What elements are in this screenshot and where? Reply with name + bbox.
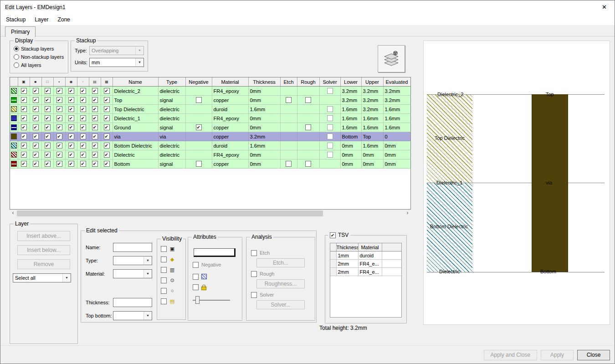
checkbox[interactable] xyxy=(196,161,202,167)
radio-option-non-stackup-layers[interactable]: Non-stackup layers xyxy=(14,53,64,61)
select-scope-dropdown[interactable]: Select all ▼ xyxy=(13,273,71,282)
checkbox[interactable] xyxy=(21,161,27,167)
checkbox[interactable] xyxy=(45,124,51,130)
layer-row-dielectric[interactable]: DielectricdielectricFR4_epoxy0mm0mm0mm0m… xyxy=(10,150,410,159)
visibility-item-2[interactable]: ◆ xyxy=(161,254,175,265)
checkbox[interactable] xyxy=(56,88,62,94)
checkbox[interactable] xyxy=(196,97,202,103)
checkbox[interactable] xyxy=(327,143,333,149)
checkbox[interactable] xyxy=(33,124,39,130)
layer-row-via[interactable]: viaviacopper3.2mmBottomTop0 xyxy=(10,132,410,141)
checkbox[interactable] xyxy=(45,161,51,167)
layer-row-ground[interactable]: Groundsignalcopper0mm1.6mm1.6mm1.6mm xyxy=(10,123,410,132)
horizontal-scrollbar[interactable]: ‹ › xyxy=(10,210,411,217)
checkbox[interactable] xyxy=(33,161,39,167)
checkbox[interactable] xyxy=(33,88,39,94)
checkbox[interactable] xyxy=(56,115,62,121)
checkbox[interactable] xyxy=(68,88,74,94)
checkbox[interactable] xyxy=(104,143,110,149)
units-select[interactable]: mm ▼ xyxy=(89,58,144,67)
checkbox[interactable] xyxy=(327,106,333,112)
checkbox[interactable] xyxy=(161,256,167,262)
checkbox[interactable] xyxy=(68,124,74,130)
checkbox[interactable] xyxy=(104,106,110,112)
checkbox[interactable] xyxy=(161,298,167,304)
checkbox[interactable] xyxy=(21,124,27,130)
solver-button[interactable]: Solver... xyxy=(256,300,305,309)
checkbox[interactable] xyxy=(21,152,27,158)
checkbox[interactable] xyxy=(92,88,98,94)
visibility-item-5[interactable]: ○ xyxy=(161,286,175,296)
pattern-checkbox[interactable] xyxy=(193,274,199,280)
checkbox[interactable] xyxy=(56,152,62,158)
radio-button[interactable] xyxy=(14,62,19,68)
apply-button[interactable]: Apply xyxy=(541,350,574,360)
checkbox[interactable] xyxy=(104,88,110,94)
checkbox[interactable] xyxy=(92,143,98,149)
checkbox[interactable] xyxy=(68,143,74,149)
checkbox[interactable] xyxy=(21,133,27,139)
checkbox[interactable] xyxy=(56,161,62,167)
scroll-left-button[interactable]: ‹ xyxy=(10,210,16,217)
checkbox[interactable] xyxy=(45,106,51,112)
checkbox[interactable] xyxy=(45,143,51,149)
stackup-3d-view-button[interactable] xyxy=(378,45,405,72)
window-close-button[interactable]: ✕ xyxy=(594,0,615,14)
visibility-item-1[interactable]: ▣ xyxy=(161,244,175,254)
layer-row-bottom-dielectric[interactable]: Bottom Dielectricdielectricduroid1.6mm0m… xyxy=(10,141,410,150)
checkbox[interactable] xyxy=(104,115,110,121)
checkbox[interactable] xyxy=(56,133,62,139)
checkbox[interactable] xyxy=(33,115,39,121)
visibility-item-3[interactable]: ▥ xyxy=(161,265,175,275)
checkbox[interactable] xyxy=(56,97,62,103)
checkbox[interactable] xyxy=(161,288,167,294)
checkbox[interactable] xyxy=(286,161,292,167)
checkbox[interactable] xyxy=(327,124,333,130)
checkbox[interactable] xyxy=(104,161,110,167)
checkbox[interactable] xyxy=(68,133,74,139)
checkbox[interactable] xyxy=(68,106,74,112)
checkbox[interactable] xyxy=(80,133,86,139)
solver-checkbox[interactable] xyxy=(251,292,257,298)
tsv-row[interactable]: 1mmduroid xyxy=(330,251,401,260)
menu-item-layer[interactable]: Layer xyxy=(30,14,53,25)
checkbox[interactable] xyxy=(305,161,311,167)
checkbox[interactable] xyxy=(92,97,98,103)
checkbox[interactable] xyxy=(104,133,110,139)
checkbox[interactable] xyxy=(68,97,74,103)
checkbox[interactable] xyxy=(80,152,86,158)
checkbox[interactable] xyxy=(45,97,51,103)
radio-option-all-layers[interactable]: All layers xyxy=(14,61,64,69)
checkbox[interactable] xyxy=(92,115,98,121)
checkbox[interactable] xyxy=(33,106,39,112)
checkbox[interactable] xyxy=(327,115,333,121)
layer-row-top[interactable]: Topsignalcopper0mm3.2mm3.2mm3.2mm xyxy=(10,96,410,105)
checkbox[interactable] xyxy=(327,133,333,139)
checkbox[interactable] xyxy=(196,124,202,130)
checkbox[interactable] xyxy=(92,161,98,167)
tab-primary[interactable]: Primary xyxy=(5,26,36,37)
checkbox[interactable] xyxy=(56,106,62,112)
checkbox[interactable] xyxy=(305,124,311,130)
checkbox[interactable] xyxy=(92,133,98,139)
remove-button[interactable]: Remove xyxy=(17,259,70,269)
checkbox[interactable] xyxy=(33,97,39,103)
scrollbar-thumb[interactable] xyxy=(17,210,323,216)
checkbox[interactable] xyxy=(68,152,74,158)
checkbox[interactable] xyxy=(33,133,39,139)
lock-checkbox[interactable] xyxy=(193,284,199,290)
checkbox[interactable] xyxy=(92,124,98,130)
checkbox[interactable] xyxy=(161,267,167,273)
radio-option-stackup-layers[interactable]: Stackup layers xyxy=(14,45,64,53)
rough-checkbox[interactable] xyxy=(251,271,257,277)
transparency-slider[interactable] xyxy=(192,296,234,305)
checkbox[interactable] xyxy=(21,143,27,149)
checkbox[interactable] xyxy=(56,124,62,130)
menu-item-stackup[interactable]: Stackup xyxy=(1,14,30,25)
checkbox[interactable] xyxy=(327,88,333,94)
checkbox[interactable] xyxy=(33,152,39,158)
insert-above-button[interactable]: Insert above... xyxy=(17,231,70,241)
tsv-row[interactable]: 2mmFR4_e... xyxy=(330,268,401,276)
roughness-button[interactable]: Roughness... xyxy=(256,279,305,288)
layer-row-dielectric_2[interactable]: Dielectric_2dielectricFR4_epoxy0mm3.2mm3… xyxy=(10,87,410,96)
